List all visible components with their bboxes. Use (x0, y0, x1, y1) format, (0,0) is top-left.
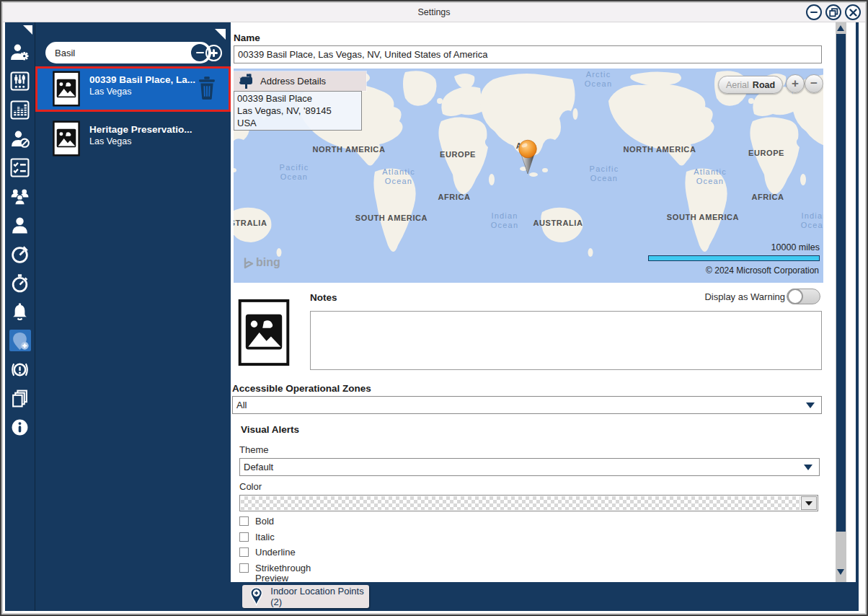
sidebar-item-locations[interactable] (9, 330, 31, 351)
add-location-button[interactable] (205, 45, 222, 61)
underline-checkbox[interactable] (239, 547, 249, 557)
map-pin (515, 139, 541, 175)
visual-alerts-header: Visual Alerts (241, 424, 299, 435)
display-as-warning-label: Display as Warning (704, 291, 785, 302)
name-input[interactable] (234, 45, 822, 63)
color-combobox[interactable] (239, 495, 818, 511)
location-title: Heritage Preservatio... (89, 123, 195, 136)
timer-icon (10, 245, 30, 264)
titlebar: Settings (3, 3, 865, 22)
search-input[interactable] (55, 43, 177, 63)
zones-select[interactable]: All (232, 396, 822, 414)
italic-checkbox[interactable] (239, 532, 249, 542)
address-line: USA (237, 117, 358, 129)
bell-icon (10, 302, 30, 322)
minimize-button[interactable] (806, 4, 822, 20)
bing-logo-icon (243, 257, 254, 269)
sidebar-item-documents[interactable] (9, 387, 31, 409)
style-checkbox-list: BoldItalicUnderlineStrikethrough (239, 514, 311, 576)
chevron-down-icon (805, 501, 812, 506)
location-pin-add-icon (10, 331, 30, 351)
chevron-down-icon (806, 402, 815, 408)
sidebar-item-user-blocked[interactable] (9, 128, 31, 149)
checklist-icon (10, 158, 30, 177)
info-icon (10, 418, 30, 437)
window-controls (806, 4, 861, 20)
sidebar-item-team[interactable] (9, 185, 31, 207)
sidebar-item-stopwatch[interactable] (9, 272, 31, 294)
checkbox-row: Underline (239, 545, 311, 560)
vertical-scrollbar[interactable] (836, 22, 846, 582)
panel-resize-handle[interactable] (215, 29, 226, 40)
road-view-button[interactable]: Road (753, 80, 775, 90)
notes-label: Notes (310, 292, 337, 303)
checkbox-label: Strikethrough (255, 563, 311, 573)
map-view-toggle: Aerial Road (718, 76, 783, 94)
minus-icon (196, 52, 204, 54)
sidebar-item-info[interactable] (9, 416, 31, 438)
rail-resize-handle[interactable] (23, 25, 32, 35)
sliders-icon (10, 71, 30, 91)
stopwatch-icon (10, 273, 30, 293)
location-list-item[interactable]: 00339 Basil Place, La... Las Vegas (37, 69, 229, 110)
toggle-knob (787, 289, 803, 304)
indoor-location-points-tab[interactable]: Indoor Location Points (2) (242, 585, 369, 608)
sidebar-item-user-settings[interactable] (9, 41, 31, 63)
location-subtitle: Las Vegas (89, 86, 195, 98)
mailbox-icon (238, 74, 255, 89)
close-icon (849, 9, 857, 17)
window-title: Settings (417, 7, 450, 17)
color-label: Color (239, 481, 262, 492)
strikethrough-checkbox[interactable] (239, 563, 249, 573)
checkbox-row: Bold (239, 514, 311, 529)
chevron-down-icon (804, 465, 812, 470)
sidebar-item-timer[interactable] (9, 243, 31, 265)
settings-window: Settings (0, 0, 868, 616)
address-details-header: Address Details (234, 71, 366, 91)
minimize-icon (810, 12, 818, 14)
sidebar-item-checklist[interactable] (9, 157, 31, 178)
clipped-section-label: Preview (255, 573, 288, 582)
team-icon (10, 187, 30, 206)
location-list: 00339 Basil Place, La... Las Vegas Herit… (37, 69, 229, 168)
map-scale-bar (648, 255, 820, 261)
address-line: Las Vegas, NV, '89145 (237, 105, 358, 117)
app-right-border (856, 22, 859, 611)
sidebar-item-alerts[interactable] (9, 358, 31, 380)
transparent-color-swatch (241, 496, 800, 510)
map-copyright: © 2024 Microsoft Corporation (706, 265, 819, 276)
aerial-view-button[interactable]: Aerial (726, 80, 749, 90)
map[interactable]: NORTH AMERICAEUROPEASIAAFRICASOUTH AMERI… (234, 69, 823, 283)
restore-button[interactable] (825, 4, 841, 20)
search-box (45, 42, 211, 63)
zones-label: Accessible Operational Zones (232, 383, 371, 394)
main-panel: Name (231, 22, 835, 582)
checkbox-label: Italic (255, 532, 275, 542)
sidebar-item-equalizer[interactable] (9, 99, 31, 120)
close-button[interactable] (845, 4, 861, 20)
indoor-location-points-label: Indoor Location Points (2) (270, 586, 369, 607)
scroll-down-arrow[interactable] (837, 569, 844, 575)
theme-select[interactable]: Default (239, 458, 820, 476)
sidebar-item-sliders[interactable] (9, 70, 31, 92)
map-scale-label: 10000 miles (771, 242, 820, 252)
zoom-out-button[interactable]: − (805, 74, 823, 93)
sidebar-item-bell[interactable] (9, 301, 31, 322)
scrollbar-thumb[interactable] (836, 34, 846, 532)
display-as-warning-toggle[interactable] (787, 289, 820, 304)
scroll-up-arrow[interactable] (837, 25, 844, 31)
sidebar-item-user[interactable] (9, 214, 31, 236)
name-label: Name (234, 32, 260, 43)
icon-rail (5, 22, 35, 611)
location-pin-plus-icon (249, 586, 263, 607)
color-dropdown-button[interactable] (801, 496, 817, 510)
zoom-in-button[interactable]: + (786, 74, 805, 93)
user-blocked-icon (10, 129, 30, 149)
bold-checkbox[interactable] (239, 516, 249, 526)
location-list-item[interactable]: Heritage Preservatio... Las Vegas (37, 118, 229, 159)
checkbox-label: Underline (255, 547, 296, 558)
delete-location-button[interactable] (197, 76, 217, 100)
notes-textarea[interactable] (310, 311, 822, 370)
theme-value: Default (244, 462, 273, 472)
bottom-bar: Indoor Location Points (2) (231, 582, 858, 611)
